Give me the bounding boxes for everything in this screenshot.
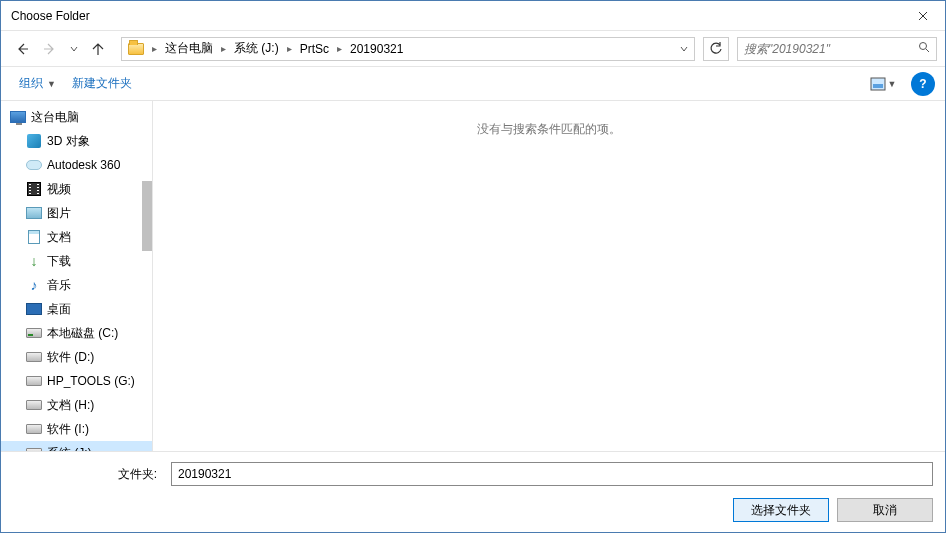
view-icon: [870, 77, 886, 91]
toolbar: 组织 ▼ 新建文件夹 ▼ ?: [1, 67, 945, 101]
sidebar-item[interactable]: 这台电脑: [1, 105, 152, 129]
button-row: 选择文件夹 取消: [13, 498, 933, 522]
sidebar-item-label: 这台电脑: [31, 109, 79, 126]
sidebar-tree[interactable]: 这台电脑3D 对象Autodesk 360视频图片文档↓下载♪音乐桌面本地磁盘 …: [1, 101, 153, 451]
sidebar-item[interactable]: ♪音乐: [1, 273, 152, 297]
sidebar-item-label: 本地磁盘 (C:): [47, 325, 118, 342]
sidebar-item[interactable]: 桌面: [1, 297, 152, 321]
sidebar-item-label: 桌面: [47, 301, 71, 318]
up-button[interactable]: [85, 36, 111, 62]
choose-folder-dialog: Choose Folder ▸ 这台电脑 ▸ 系统 (J:) ▸ PrtSc ▸…: [0, 0, 946, 533]
forward-button[interactable]: [37, 36, 63, 62]
sidebar-item[interactable]: 视频: [1, 177, 152, 201]
breadcrumb-item[interactable]: 系统 (J:): [228, 38, 285, 60]
disk-icon: [25, 348, 43, 366]
breadcrumb-root-icon[interactable]: [122, 38, 150, 60]
cloud-icon: [25, 156, 43, 174]
sidebar-item-label: Autodesk 360: [47, 158, 120, 172]
folder-icon: [128, 43, 144, 55]
folder-name-input[interactable]: [171, 462, 933, 486]
sidebar-item-label: 音乐: [47, 277, 71, 294]
svg-point-0: [920, 43, 927, 50]
document-icon: [25, 228, 43, 246]
close-button[interactable]: [900, 1, 945, 31]
search-icon: [918, 41, 930, 56]
sidebar-item[interactable]: 3D 对象: [1, 129, 152, 153]
sidebar-item[interactable]: 软件 (I:): [1, 417, 152, 441]
disk-icon: [25, 420, 43, 438]
sidebar-item[interactable]: 图片: [1, 201, 152, 225]
titlebar: Choose Folder: [1, 1, 945, 31]
sidebar-item-label: 图片: [47, 205, 71, 222]
footer: 文件夹: 选择文件夹 取消: [1, 451, 945, 532]
sidebar-item-label: 3D 对象: [47, 133, 90, 150]
organize-label: 组织: [19, 75, 43, 92]
search-input[interactable]: [744, 42, 918, 56]
empty-message: 没有与搜索条件匹配的项。: [477, 121, 621, 451]
disk-icon: [25, 396, 43, 414]
breadcrumb-item[interactable]: 这台电脑: [159, 38, 219, 60]
breadcrumb-dropdown[interactable]: [674, 42, 694, 56]
svg-rect-2: [873, 84, 883, 88]
refresh-icon: [709, 42, 723, 56]
new-folder-button[interactable]: 新建文件夹: [64, 71, 140, 96]
sidebar-item[interactable]: 软件 (D:): [1, 345, 152, 369]
disk-icon: [25, 324, 43, 342]
sidebar-item-label: 文档 (H:): [47, 397, 94, 414]
breadcrumb-separator: ▸: [150, 43, 159, 54]
help-icon: ?: [919, 77, 926, 91]
content-pane: 没有与搜索条件匹配的项。: [153, 101, 945, 451]
breadcrumb-bar[interactable]: ▸ 这台电脑 ▸ 系统 (J:) ▸ PrtSc ▸ 20190321: [121, 37, 695, 61]
help-button[interactable]: ?: [911, 72, 935, 96]
sidebar-item[interactable]: ↓下载: [1, 249, 152, 273]
sidebar-item[interactable]: 系统 (J:): [1, 441, 152, 451]
view-options-button[interactable]: ▼: [863, 72, 903, 96]
breadcrumb-separator: ▸: [335, 43, 344, 54]
video-icon: [25, 180, 43, 198]
sidebar-item[interactable]: 本地磁盘 (C:): [1, 321, 152, 345]
desktop-icon: [25, 300, 43, 318]
chevron-down-icon: ▼: [888, 79, 897, 89]
chevron-down-icon: [70, 45, 78, 53]
close-icon: [918, 11, 928, 21]
disk-icon: [25, 372, 43, 390]
download-icon: ↓: [25, 252, 43, 270]
disk-icon: [25, 444, 43, 451]
chevron-down-icon: ▼: [47, 79, 56, 89]
sidebar-item[interactable]: HP_TOOLS (G:): [1, 369, 152, 393]
arrow-up-icon: [90, 41, 106, 57]
breadcrumb-separator: ▸: [285, 43, 294, 54]
breadcrumb-item[interactable]: PrtSc: [294, 38, 335, 60]
search-box[interactable]: [737, 37, 937, 61]
arrow-right-icon: [42, 41, 58, 57]
folder-name-row: 文件夹:: [13, 462, 933, 486]
back-button[interactable]: [9, 36, 35, 62]
new-folder-label: 新建文件夹: [72, 75, 132, 92]
window-title: Choose Folder: [11, 9, 90, 23]
music-icon: ♪: [25, 276, 43, 294]
cube-icon: [25, 132, 43, 150]
sidebar-item-label: 系统 (J:): [47, 445, 92, 452]
sidebar-item-label: 软件 (I:): [47, 421, 89, 438]
sidebar-item[interactable]: Autodesk 360: [1, 153, 152, 177]
sidebar-item-label: 视频: [47, 181, 71, 198]
picture-icon: [25, 204, 43, 222]
navigation-bar: ▸ 这台电脑 ▸ 系统 (J:) ▸ PrtSc ▸ 20190321: [1, 31, 945, 67]
breadcrumb-item[interactable]: 20190321: [344, 38, 409, 60]
cancel-button[interactable]: 取消: [837, 498, 933, 522]
breadcrumb-separator: ▸: [219, 43, 228, 54]
refresh-button[interactable]: [703, 37, 729, 61]
chevron-down-icon: [680, 45, 688, 53]
sidebar-item-label: HP_TOOLS (G:): [47, 374, 135, 388]
organize-button[interactable]: 组织 ▼: [11, 71, 64, 96]
folder-name-label: 文件夹:: [13, 466, 163, 483]
monitor-icon: [9, 108, 27, 126]
sidebar-item[interactable]: 文档: [1, 225, 152, 249]
sidebar-item-label: 文档: [47, 229, 71, 246]
recent-locations-button[interactable]: [65, 36, 83, 62]
select-folder-button[interactable]: 选择文件夹: [733, 498, 829, 522]
sidebar-item[interactable]: 文档 (H:): [1, 393, 152, 417]
arrow-left-icon: [14, 41, 30, 57]
scrollbar-thumb[interactable]: [142, 181, 152, 251]
sidebar-item-label: 下载: [47, 253, 71, 270]
